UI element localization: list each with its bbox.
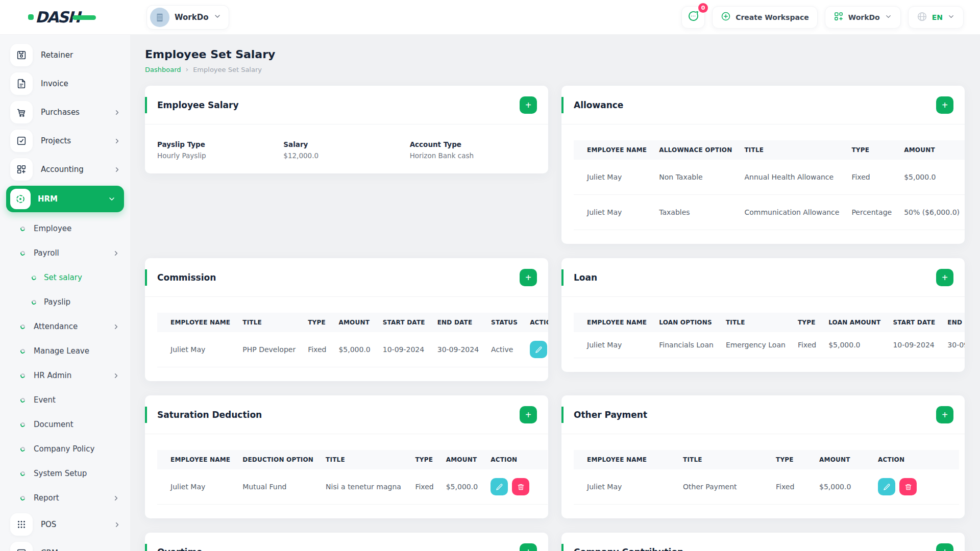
column-header-title: TITLE <box>720 313 792 332</box>
edit-button[interactable] <box>491 478 508 495</box>
edit-button[interactable] <box>878 478 895 495</box>
sidebar-item-document[interactable]: Document <box>0 412 130 437</box>
chevron-right-icon <box>113 549 121 551</box>
sidebar-item-crm[interactable]: CRM <box>0 539 130 551</box>
table-header-row: EMPLOYEE NAMETITLETYPEAMOUNTSTART DATEEN… <box>157 313 548 332</box>
sidebar-item-payslip[interactable]: Payslip <box>0 290 130 314</box>
table-row: Juliet MayMutual FundNisi a tenetur magn… <box>157 469 548 505</box>
building-icon <box>150 8 169 27</box>
field-label: Account Type <box>410 140 536 148</box>
create-workspace-button[interactable]: Create Workspace <box>712 6 818 29</box>
sidebar-item-retainer[interactable]: Retainer <box>0 41 130 69</box>
sidebar-item-attendance[interactable]: Attendance <box>0 314 130 339</box>
add-other-payment-button[interactable]: + <box>936 406 953 423</box>
shopping-cart-icon <box>10 101 33 123</box>
field-account-type: Account Type Horizon Bank cash <box>410 140 536 160</box>
add-allowance-button[interactable]: + <box>936 96 953 114</box>
chevron-right-icon <box>112 372 120 380</box>
column-header-type: TYPE <box>302 313 332 332</box>
column-header-action: ACTION <box>484 450 548 469</box>
sidebar-item-label: Retainer <box>41 51 73 60</box>
sidebar-item-hr-admin[interactable]: HR Admin <box>0 363 130 388</box>
table-cell: Annual Health Allowance <box>738 160 845 195</box>
pencil-icon <box>883 483 891 491</box>
sidebar-item-projects[interactable]: Projects <box>0 127 130 155</box>
sidebar-item-system-setup[interactable]: System Setup <box>0 461 130 486</box>
field-salary: Salary $12,000.0 <box>283 140 409 160</box>
add-commission-button[interactable]: + <box>520 269 537 286</box>
table-cell: Fixed <box>792 332 822 358</box>
delete-button[interactable] <box>512 478 529 495</box>
sidebar-item-event[interactable]: Event <box>0 388 130 412</box>
breadcrumb-dashboard-link[interactable]: Dashboard <box>145 66 181 73</box>
column-header-allownace-option: ALLOWNACE OPTION <box>653 140 738 160</box>
actions-cell <box>872 469 959 505</box>
table-cell: Non Taxable <box>653 160 738 195</box>
table-header-row: EMPLOYEE NAMEDEDUCTION OPTIONTITLETYPEAM… <box>157 450 548 469</box>
workspace-picker[interactable]: WorkDo <box>146 5 229 30</box>
sidebar-item-label: Purchases <box>41 108 80 117</box>
bullet-icon <box>20 250 26 256</box>
chevron-right-icon <box>113 109 121 116</box>
edit-button[interactable] <box>530 341 547 358</box>
table-cell: Percentage <box>845 195 898 230</box>
table-cell: $5,000.0 <box>813 469 872 505</box>
add-loan-button[interactable]: + <box>936 269 953 286</box>
sidebar-nav: RetainerInvoicePurchasesProjectsAccounti… <box>0 35 130 551</box>
table-row: Juliet MayFinancials LoanEmergency LoanF… <box>574 332 965 358</box>
sidebar-item-accounting[interactable]: Accounting <box>0 155 130 184</box>
page-title: Employee Set Salary <box>145 48 965 61</box>
add-overtime-button[interactable]: + <box>520 543 537 551</box>
sidebar-item-label: CRM <box>41 548 58 551</box>
column-header-title: TITLE <box>738 140 845 160</box>
messages-button[interactable]: 0 <box>681 6 705 29</box>
chevron-right-icon <box>113 166 121 173</box>
table-cell: 30-09-2024 <box>431 332 485 367</box>
add-employee-salary-button[interactable]: + <box>520 96 537 114</box>
column-header-employee-name: EMPLOYEE NAME <box>157 450 236 469</box>
table-cell: $5,000.0 <box>440 469 484 505</box>
table-cell: PHP Developer <box>236 332 302 367</box>
sidebar-item-payroll[interactable]: Payroll <box>0 241 130 265</box>
column-header-employee-name: EMPLOYEE NAME <box>157 313 236 332</box>
dash-logo[interactable]: DASH <box>28 8 96 26</box>
table-cell: Juliet May <box>157 469 236 505</box>
workspace-name: WorkDo <box>175 13 208 22</box>
sidebar-item-hrm[interactable]: HRM <box>6 186 124 212</box>
sidebar-item-label: Manage Leave <box>34 346 89 356</box>
sidebar-item-invoice[interactable]: Invoice <box>0 69 130 98</box>
sidebar-item-set-salary[interactable]: Set salary <box>0 265 130 290</box>
chevron-down-icon <box>885 13 892 22</box>
field-label: Payslip Type <box>157 140 283 148</box>
sidebar-item-label: System Setup <box>34 469 87 478</box>
sidebar-item-company-policy[interactable]: Company Policy <box>0 437 130 461</box>
chevron-down-icon <box>112 249 120 257</box>
sidebar-item-label: Employee <box>34 224 71 233</box>
actions-cell <box>484 469 548 505</box>
add-saturation-deduction-button[interactable]: + <box>520 406 537 423</box>
other-payment-card: Other Payment + EMPLOYEE NAMETITLETYPEAM… <box>561 395 965 518</box>
plus-circle-icon <box>721 11 731 23</box>
sidebar-item-report[interactable]: Report <box>0 486 130 510</box>
column-header-employee-name: EMPLOYEE NAME <box>574 313 653 332</box>
chevron-right-icon <box>112 494 120 502</box>
add-company-contribution-button[interactable]: + <box>936 543 953 551</box>
table-cell: 10-09-2024 <box>887 332 941 358</box>
table-cell: Juliet May <box>574 332 653 358</box>
chevron-down-icon <box>213 12 222 22</box>
table-cell: Fixed <box>409 469 439 505</box>
column-header-loan-amount: LOAN AMOUNT <box>822 313 887 332</box>
sidebar-item-pos[interactable]: POS <box>0 510 130 539</box>
card-title: Allowance <box>574 100 623 110</box>
sidebar-item-employee[interactable]: Employee <box>0 216 130 241</box>
workdo-menu-button[interactable]: WorkDo <box>825 6 901 29</box>
commission-table: EMPLOYEE NAMETITLETYPEAMOUNTSTART DATEEN… <box>157 313 548 367</box>
chevron-right-icon <box>112 323 120 331</box>
saturation-deduction-card: Saturation Deduction + EMPLOYEE NAMEDEDU… <box>145 395 548 518</box>
trash-icon <box>904 483 912 491</box>
sidebar-item-manage-leave[interactable]: Manage Leave <box>0 339 130 363</box>
sidebar-item-purchases[interactable]: Purchases <box>0 98 130 127</box>
language-selector[interactable]: EN <box>908 6 964 29</box>
table-row: Juliet MayNon TaxableAnnual Health Allow… <box>574 160 965 195</box>
delete-button[interactable] <box>899 478 917 495</box>
